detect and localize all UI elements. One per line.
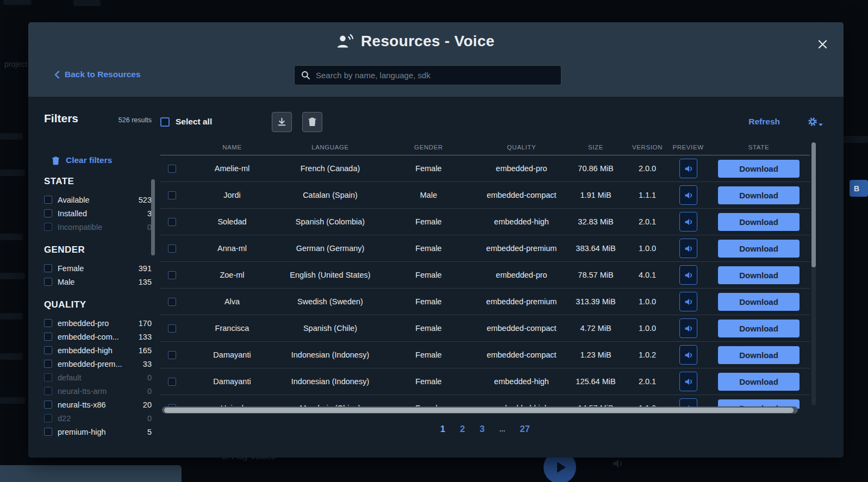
filter-checkbox[interactable] (44, 196, 52, 204)
filter-option[interactable]: embedded-com... 133 (44, 330, 152, 343)
download-button[interactable]: Download (718, 293, 800, 311)
voice-size: 78.57 MiB (565, 262, 626, 288)
filter-checkbox[interactable] (44, 373, 52, 381)
table-toolbar: Select all Refresh (160, 111, 825, 133)
horizontal-scrollbar-thumb[interactable] (164, 408, 794, 413)
voice-name: Jordi (183, 182, 281, 208)
filter-checkbox[interactable] (44, 346, 52, 354)
filter-checkbox[interactable] (44, 319, 52, 327)
filter-option-label: Incompatible (58, 223, 102, 231)
download-button[interactable]: Download (718, 240, 800, 258)
filter-option[interactable]: neural-tts-arm 0 (44, 384, 152, 398)
row-checkbox[interactable] (168, 218, 176, 226)
preview-voice-button[interactable] (679, 345, 697, 365)
filter-option[interactable]: Installed 3 (44, 206, 152, 220)
row-checkbox[interactable] (168, 378, 176, 386)
voice-gender: Female (379, 315, 478, 341)
row-checkbox[interactable] (168, 351, 176, 359)
background-dim-item (0, 397, 25, 404)
voice-language: Spanish (Colombia) (281, 209, 379, 235)
filter-option[interactable]: embedded-prem... 33 (44, 357, 152, 371)
download-button[interactable]: Download (718, 213, 800, 231)
table-row: Amelie-ml French (Canada) Female embedde… (160, 155, 810, 182)
preview-voice-button[interactable] (679, 318, 697, 338)
background-dim-item (0, 313, 23, 320)
download-selected-button[interactable] (272, 112, 292, 132)
horizontal-scrollbar[interactable] (162, 406, 798, 414)
filter-option[interactable]: Male 135 (44, 275, 152, 289)
filter-option[interactable]: embedded-pro 170 (44, 316, 152, 330)
modal-header: Resources - Voice Back to Resources (28, 22, 844, 97)
filter-sections: STATE Available 523 Installed 3 Incompat… (44, 176, 152, 439)
table-row: Anna-ml German (Germany) Female embedded… (160, 235, 810, 262)
filter-option[interactable]: d22 0 (44, 411, 152, 425)
select-all-checkbox[interactable] (160, 117, 170, 127)
filter-checkbox[interactable] (44, 400, 52, 409)
row-checkbox[interactable] (168, 271, 176, 279)
row-checkbox[interactable] (168, 298, 176, 306)
speaker-icon (684, 297, 693, 306)
filter-checkbox[interactable] (44, 360, 52, 368)
download-button[interactable]: Download (718, 266, 800, 284)
filter-checkbox[interactable] (44, 209, 52, 217)
column-header-preview: PREVIEW (669, 140, 708, 155)
preview-voice-button[interactable] (679, 159, 697, 178)
voice-quality: embedded-compact (478, 182, 565, 208)
filter-option[interactable]: premium-high 5 (44, 425, 152, 439)
background-bottom-bar (0, 465, 182, 482)
download-icon (277, 117, 287, 127)
preview-voice-button[interactable] (679, 265, 697, 285)
row-checkbox[interactable] (168, 191, 176, 199)
filter-checkbox[interactable] (44, 428, 52, 436)
filter-option-label: Female (58, 264, 84, 273)
filter-checkbox[interactable] (44, 387, 52, 395)
filter-option[interactable]: embedded-high 165 (44, 343, 152, 357)
filter-checkbox[interactable] (44, 278, 52, 286)
table-row: Soledad Spanish (Colombia) Female embedd… (160, 209, 810, 235)
filter-option-count: 0 (147, 373, 152, 382)
pagination-page-2[interactable]: 2 (460, 424, 465, 434)
voice-size: 1.23 MiB (565, 342, 626, 368)
filter-option[interactable]: neural-tts-x86 20 (44, 398, 152, 411)
vertical-scrollbar[interactable] (811, 142, 816, 405)
preview-voice-button[interactable] (679, 239, 697, 258)
filter-option-count: 33 (143, 360, 152, 368)
results-count: 526 results (118, 116, 152, 124)
clear-filters-link[interactable]: Clear filters (52, 155, 152, 165)
download-button[interactable]: Download (718, 373, 800, 391)
pagination-page-1[interactable]: 1 (440, 424, 445, 434)
filter-option[interactable]: default 0 (44, 371, 152, 384)
back-to-resources-link[interactable]: Back to Resources (54, 70, 141, 79)
preview-voice-button[interactable] (679, 372, 697, 391)
filter-checkbox[interactable] (44, 223, 52, 231)
pagination-page-3[interactable]: 3 (479, 424, 484, 434)
select-all[interactable]: Select all (160, 117, 212, 127)
filter-option-label: Installed (58, 209, 87, 218)
search-input[interactable] (316, 71, 554, 80)
preview-voice-button[interactable] (679, 185, 697, 205)
vertical-scrollbar-thumb[interactable] (811, 142, 816, 267)
pagination-page-27[interactable]: 27 (520, 424, 530, 434)
refresh-link[interactable]: Refresh (748, 117, 780, 127)
close-button[interactable] (815, 37, 829, 51)
filter-option[interactable]: Available 523 (44, 193, 152, 206)
row-checkbox[interactable] (168, 324, 176, 333)
delete-selected-button[interactable] (302, 112, 322, 132)
download-button[interactable]: Download (718, 320, 800, 337)
filter-option[interactable]: Incompatible 0 (44, 220, 152, 234)
filter-checkbox[interactable] (44, 264, 52, 272)
preview-voice-button[interactable] (679, 292, 697, 311)
filters-scrollbar[interactable] (151, 179, 155, 255)
filter-option[interactable]: Female 391 (44, 261, 152, 275)
voice-gender: Female (379, 209, 478, 235)
download-button[interactable]: Download (718, 186, 800, 204)
row-checkbox[interactable] (168, 165, 176, 173)
preview-voice-button[interactable] (679, 212, 697, 231)
filter-checkbox[interactable] (44, 333, 52, 341)
row-checkbox[interactable] (168, 245, 176, 253)
table-settings-button[interactable] (807, 116, 823, 127)
background-partial-button: B (850, 180, 868, 197)
filter-checkbox[interactable] (44, 414, 52, 422)
download-button[interactable]: Download (718, 346, 800, 364)
download-button[interactable]: Download (718, 160, 800, 178)
